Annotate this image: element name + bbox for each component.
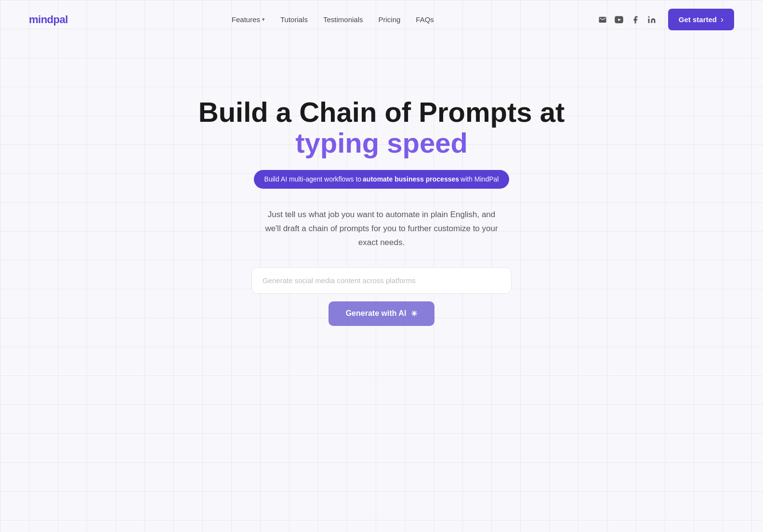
email-icon[interactable] [598, 15, 607, 25]
nav-right: Get started [598, 9, 734, 30]
hero-title-highlight: typing speed [295, 127, 468, 158]
prompt-input[interactable] [251, 267, 512, 294]
faqs-link[interactable]: FAQs [416, 15, 434, 24]
badge-bold-text: automate business processes [363, 175, 459, 184]
tutorials-link[interactable]: Tutorials [280, 15, 308, 24]
nav-item-testimonials[interactable]: Testimonials [323, 15, 363, 24]
nav-item-features[interactable]: Features [232, 15, 265, 24]
hero-description: Just tell us what job you want to automa… [261, 208, 502, 250]
testimonials-link[interactable]: Testimonials [323, 15, 363, 24]
nav-item-pricing[interactable]: Pricing [378, 15, 400, 24]
generate-button-label: Generate with AI [346, 309, 407, 318]
hero-title-part1: Build a Chain of Prompts at [198, 96, 565, 128]
hero-section: Build a Chain of Prompts at typing speed… [0, 39, 763, 355]
linkedin-icon[interactable] [647, 15, 657, 25]
hero-badge: Build AI multi-agent workflows to automa… [254, 170, 510, 189]
sparkle-icon: ✳ [411, 309, 417, 318]
badge-text-prefix: Build AI multi-agent workflows to [264, 175, 362, 184]
features-link[interactable]: Features [232, 15, 265, 24]
navbar: mindpal Features Tutorials Testimonials … [0, 0, 763, 39]
generate-button[interactable]: Generate with AI ✳ [329, 301, 435, 326]
nav-links: Features Tutorials Testimonials Pricing … [232, 15, 434, 24]
facebook-icon[interactable] [631, 15, 640, 25]
logo[interactable]: mindpal [29, 13, 68, 26]
hero-title: Build a Chain of Prompts at typing speed [189, 97, 574, 158]
social-icons [598, 15, 657, 25]
badge-text-suffix: with MindPal [460, 175, 499, 184]
nav-item-tutorials[interactable]: Tutorials [280, 15, 308, 24]
get-started-button[interactable]: Get started [668, 9, 734, 30]
pricing-link[interactable]: Pricing [378, 15, 400, 24]
youtube-icon[interactable] [614, 15, 624, 25]
nav-item-faqs[interactable]: FAQs [416, 15, 434, 24]
svg-point-0 [648, 16, 649, 17]
input-section: Generate with AI ✳ [251, 267, 512, 326]
